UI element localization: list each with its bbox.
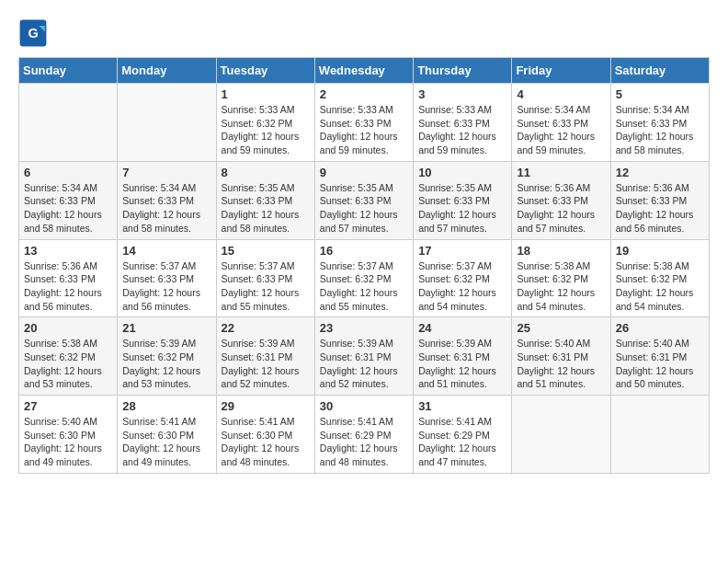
day-info: Sunrise: 5:40 AM Sunset: 6:30 PM Dayligh… — [24, 415, 112, 469]
day-number: 3 — [418, 87, 506, 101]
day-info: Sunrise: 5:39 AM Sunset: 6:31 PM Dayligh… — [418, 337, 506, 391]
day-number: 10 — [418, 166, 506, 179]
day-number: 15 — [222, 244, 310, 258]
day-info: Sunrise: 5:35 AM Sunset: 6:33 PM Dayligh… — [222, 181, 310, 236]
day-info: Sunrise: 5:41 AM Sunset: 6:30 PM Dayligh… — [222, 415, 310, 469]
calendar-cell: 19Sunrise: 5:38 AM Sunset: 6:32 PM Dayli… — [610, 239, 709, 317]
calendar-cell: 1Sunrise: 5:33 AM Sunset: 6:32 PM Daylig… — [216, 84, 314, 162]
day-info: Sunrise: 5:36 AM Sunset: 6:33 PM Dayligh… — [616, 181, 704, 236]
calendar-cell: 31Sunrise: 5:41 AM Sunset: 6:29 PM Dayli… — [414, 396, 512, 474]
weekday-header: Tuesday — [216, 58, 314, 84]
day-number: 21 — [122, 321, 210, 335]
day-info: Sunrise: 5:39 AM Sunset: 6:32 PM Dayligh… — [122, 337, 210, 391]
calendar-cell: 20Sunrise: 5:38 AM Sunset: 6:32 PM Dayli… — [19, 317, 118, 396]
calendar-cell: 3Sunrise: 5:33 AM Sunset: 6:33 PM Daylig… — [414, 84, 512, 162]
calendar-cell: 12Sunrise: 5:36 AM Sunset: 6:33 PM Dayli… — [610, 161, 709, 239]
day-info: Sunrise: 5:34 AM Sunset: 6:33 PM Dayligh… — [616, 103, 704, 157]
calendar-cell: 23Sunrise: 5:39 AM Sunset: 6:31 PM Dayli… — [314, 317, 413, 396]
day-number: 1 — [222, 87, 310, 101]
day-number: 18 — [517, 244, 605, 258]
calendar-week-row: 1Sunrise: 5:33 AM Sunset: 6:32 PM Daylig… — [19, 84, 710, 162]
calendar-cell: 4Sunrise: 5:34 AM Sunset: 6:33 PM Daylig… — [512, 84, 610, 162]
calendar-cell: 26Sunrise: 5:40 AM Sunset: 6:31 PM Dayli… — [610, 317, 709, 396]
day-number: 5 — [616, 87, 704, 101]
calendar-cell: 25Sunrise: 5:40 AM Sunset: 6:31 PM Dayli… — [512, 317, 610, 396]
day-info: Sunrise: 5:33 AM Sunset: 6:33 PM Dayligh… — [418, 103, 506, 157]
calendar-cell — [512, 396, 610, 474]
weekday-header: Sunday — [19, 58, 118, 84]
day-number: 4 — [517, 87, 605, 101]
day-info: Sunrise: 5:41 AM Sunset: 6:29 PM Dayligh… — [320, 415, 408, 469]
logo-icon: G — [18, 18, 48, 48]
day-info: Sunrise: 5:40 AM Sunset: 6:31 PM Dayligh… — [517, 337, 605, 391]
calendar-cell — [19, 84, 118, 162]
day-info: Sunrise: 5:37 AM Sunset: 6:33 PM Dayligh… — [222, 259, 310, 314]
day-number: 26 — [616, 321, 704, 335]
calendar-cell: 16Sunrise: 5:37 AM Sunset: 6:32 PM Dayli… — [314, 239, 413, 317]
calendar-header-row: SundayMondayTuesdayWednesdayThursdayFrid… — [19, 58, 710, 84]
day-info: Sunrise: 5:39 AM Sunset: 6:31 PM Dayligh… — [222, 337, 310, 391]
day-info: Sunrise: 5:37 AM Sunset: 6:33 PM Dayligh… — [122, 259, 210, 314]
day-info: Sunrise: 5:39 AM Sunset: 6:31 PM Dayligh… — [320, 337, 408, 391]
page-header: G — [18, 18, 710, 48]
day-number: 16 — [320, 244, 408, 258]
day-number: 20 — [24, 321, 112, 335]
day-number: 25 — [517, 321, 605, 335]
day-info: Sunrise: 5:37 AM Sunset: 6:32 PM Dayligh… — [418, 259, 506, 314]
calendar-cell: 7Sunrise: 5:34 AM Sunset: 6:33 PM Daylig… — [118, 161, 216, 239]
calendar-cell: 29Sunrise: 5:41 AM Sunset: 6:30 PM Dayli… — [216, 396, 314, 474]
calendar-week-row: 20Sunrise: 5:38 AM Sunset: 6:32 PM Dayli… — [19, 317, 710, 396]
day-number: 30 — [320, 399, 408, 413]
day-number: 7 — [122, 166, 210, 179]
day-number: 23 — [320, 321, 408, 335]
day-number: 22 — [222, 321, 310, 335]
weekday-header: Monday — [118, 58, 216, 84]
day-number: 9 — [320, 166, 408, 179]
day-info: Sunrise: 5:34 AM Sunset: 6:33 PM Dayligh… — [24, 181, 112, 236]
day-info: Sunrise: 5:41 AM Sunset: 6:30 PM Dayligh… — [122, 415, 210, 469]
calendar-cell — [118, 84, 216, 162]
weekday-header: Thursday — [414, 58, 512, 84]
day-info: Sunrise: 5:35 AM Sunset: 6:33 PM Dayligh… — [418, 181, 506, 236]
day-number: 24 — [418, 321, 506, 335]
calendar-cell: 21Sunrise: 5:39 AM Sunset: 6:32 PM Dayli… — [118, 317, 216, 396]
day-number: 14 — [122, 244, 210, 258]
day-number: 17 — [418, 244, 506, 258]
calendar-cell: 27Sunrise: 5:40 AM Sunset: 6:30 PM Dayli… — [19, 396, 118, 474]
day-info: Sunrise: 5:34 AM Sunset: 6:33 PM Dayligh… — [517, 103, 605, 157]
calendar-cell: 24Sunrise: 5:39 AM Sunset: 6:31 PM Dayli… — [414, 317, 512, 396]
day-info: Sunrise: 5:34 AM Sunset: 6:33 PM Dayligh… — [122, 181, 210, 236]
weekday-header: Wednesday — [314, 58, 413, 84]
calendar-cell: 5Sunrise: 5:34 AM Sunset: 6:33 PM Daylig… — [610, 84, 709, 162]
day-number: 2 — [320, 87, 408, 101]
day-info: Sunrise: 5:38 AM Sunset: 6:32 PM Dayligh… — [616, 259, 704, 314]
day-info: Sunrise: 5:37 AM Sunset: 6:32 PM Dayligh… — [320, 259, 408, 314]
weekday-header: Friday — [512, 58, 610, 84]
day-number: 29 — [222, 399, 310, 413]
calendar-cell — [610, 396, 709, 474]
logo: G — [18, 18, 51, 48]
calendar-cell: 28Sunrise: 5:41 AM Sunset: 6:30 PM Dayli… — [118, 396, 216, 474]
calendar-cell: 14Sunrise: 5:37 AM Sunset: 6:33 PM Dayli… — [118, 239, 216, 317]
calendar-cell: 11Sunrise: 5:36 AM Sunset: 6:33 PM Dayli… — [512, 161, 610, 239]
weekday-header: Saturday — [610, 58, 709, 84]
calendar-cell: 8Sunrise: 5:35 AM Sunset: 6:33 PM Daylig… — [216, 161, 314, 239]
calendar-cell: 22Sunrise: 5:39 AM Sunset: 6:31 PM Dayli… — [216, 317, 314, 396]
day-number: 8 — [222, 166, 310, 179]
calendar-cell: 18Sunrise: 5:38 AM Sunset: 6:32 PM Dayli… — [512, 239, 610, 317]
calendar-week-row: 6Sunrise: 5:34 AM Sunset: 6:33 PM Daylig… — [19, 161, 710, 239]
calendar-cell: 15Sunrise: 5:37 AM Sunset: 6:33 PM Dayli… — [216, 239, 314, 317]
day-info: Sunrise: 5:38 AM Sunset: 6:32 PM Dayligh… — [517, 259, 605, 314]
day-info: Sunrise: 5:35 AM Sunset: 6:33 PM Dayligh… — [320, 181, 408, 236]
calendar-cell: 6Sunrise: 5:34 AM Sunset: 6:33 PM Daylig… — [19, 161, 118, 239]
day-number: 12 — [616, 166, 704, 179]
calendar-cell: 2Sunrise: 5:33 AM Sunset: 6:33 PM Daylig… — [314, 84, 413, 162]
calendar-week-row: 13Sunrise: 5:36 AM Sunset: 6:33 PM Dayli… — [19, 239, 710, 317]
day-number: 19 — [616, 244, 704, 258]
day-info: Sunrise: 5:38 AM Sunset: 6:32 PM Dayligh… — [24, 337, 112, 391]
day-number: 27 — [24, 399, 112, 413]
calendar-cell: 10Sunrise: 5:35 AM Sunset: 6:33 PM Dayli… — [414, 161, 512, 239]
day-info: Sunrise: 5:40 AM Sunset: 6:31 PM Dayligh… — [616, 337, 704, 391]
day-number: 6 — [24, 166, 112, 179]
day-number: 13 — [24, 244, 112, 258]
